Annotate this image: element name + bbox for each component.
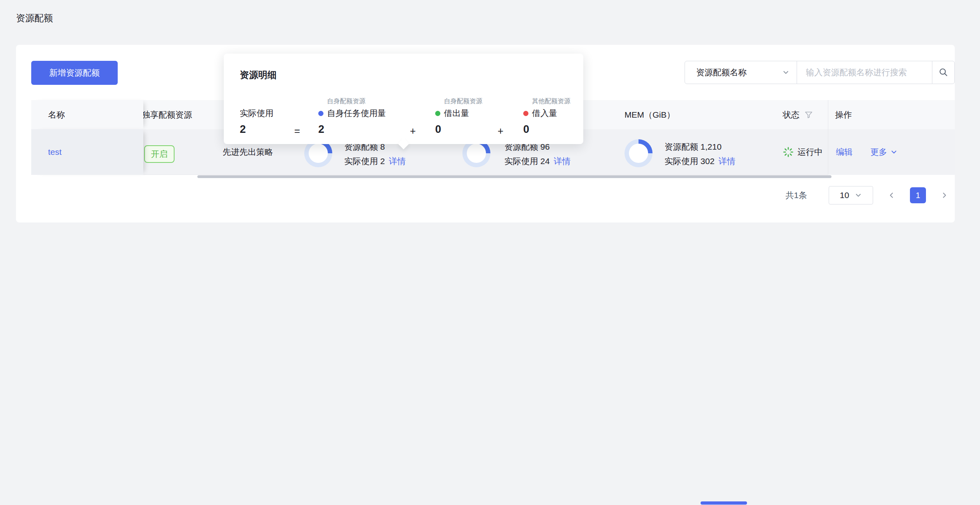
actual-usage-value: 2 [240, 122, 273, 137]
popover-title: 资源明细 [240, 69, 277, 81]
borrow-in-group-label: 其他配额资源 [532, 96, 570, 106]
policy-text: 先进先出策略 [223, 146, 273, 158]
column-mem: MEM（GiB） [625, 100, 675, 129]
page-size-value: 10 [840, 190, 849, 200]
column-status-label: 状态 [783, 100, 799, 129]
search-icon [938, 67, 949, 78]
row-name-link[interactable]: test [48, 147, 62, 157]
borrow-in-label: 借入量 [532, 106, 557, 120]
cpu-detail-link[interactable]: 详情 [389, 156, 406, 166]
fixed-column-name-header: 名称 [31, 100, 143, 129]
column-status: 状态 [783, 100, 813, 129]
name-cell: test [48, 129, 62, 175]
cpu-used-value: 2 [380, 156, 385, 166]
column-actions: 操作 [835, 100, 852, 129]
self-task-usage-label: 自身任务使用量 [327, 106, 386, 120]
filter-funnel-icon[interactable] [804, 110, 813, 119]
horizontal-scrollbar[interactable] [197, 175, 831, 178]
mem-quota-label: 资源配额 [665, 142, 698, 151]
mem-detail-link[interactable]: 详情 [719, 156, 735, 166]
page-size-select[interactable]: 10 [829, 186, 873, 204]
lend-out-label: 借出量 [444, 106, 469, 120]
actual-usage-label: 实际使用 [240, 106, 273, 120]
cpu-metric: 资源配额 8 实际使用 2详情 [344, 141, 406, 167]
gpu-detail-link[interactable]: 详情 [554, 156, 570, 166]
self-task-group-label: 自身配额资源 [327, 96, 386, 106]
more-action[interactable]: 更多 [870, 129, 898, 175]
edit-action[interactable]: 编辑 [836, 129, 853, 175]
equals-sign: = [294, 123, 300, 138]
page-title: 资源配额 [16, 12, 53, 24]
search-input[interactable] [797, 61, 932, 84]
page-1-button[interactable]: 1 [910, 187, 926, 203]
lend-out-value: 0 [435, 122, 482, 137]
bottom-bar-indicator [701, 501, 747, 505]
mem-donut [625, 139, 653, 167]
self-task-usage-value: 2 [318, 122, 386, 137]
actual-usage-group: 实际使用 2 [240, 96, 273, 137]
search-field-select[interactable]: 资源配额名称 [685, 61, 797, 84]
pagination-total: 共1条 [785, 190, 807, 201]
edit-link[interactable]: 编辑 [836, 146, 853, 158]
self-task-usage-group: 自身配额资源 自身任务使用量 2 [318, 96, 386, 137]
fixed-name-cell: test [31, 129, 143, 175]
gpu-metric: 资源配额 96 实际使用 24详情 [504, 141, 570, 167]
plus-sign: + [498, 123, 504, 138]
cpu-used-label: 实际使用 [344, 156, 378, 166]
add-quota-button[interactable]: 新增资源配额 [31, 61, 118, 85]
green-dot-icon [435, 111, 440, 116]
search-button[interactable] [932, 61, 954, 84]
lend-out-group-label: 自身配额资源 [444, 96, 482, 106]
running-spinner-icon [783, 146, 794, 158]
gpu-used-label: 实际使用 [504, 156, 538, 166]
prev-page-button[interactable] [886, 187, 897, 203]
mem-metric: 资源配额 1,210 实际使用 302详情 [665, 141, 735, 167]
more-link[interactable]: 更多 [870, 146, 887, 158]
fixed-column-actions-header: 操作 [828, 100, 955, 129]
pagination: 共1条 10 1 [785, 186, 950, 204]
blue-dot-icon [318, 111, 323, 116]
next-page-button[interactable] [939, 187, 950, 203]
exclusive-state-tag: 开启 [144, 145, 175, 163]
status-cell: 运行中 [783, 129, 827, 175]
fixed-actions-cell: 编辑 更多 [828, 129, 955, 175]
chevron-down-icon [855, 192, 862, 199]
mem-quota-value: 1,210 [701, 142, 722, 151]
gpu-used-value: 24 [540, 156, 550, 166]
borrow-in-group: 其他配额资源 借入量 0 [523, 96, 570, 137]
lend-out-group: 自身配额资源 借出量 0 [435, 96, 482, 137]
chevron-down-icon [890, 148, 898, 156]
search-bar: 资源配额名称 [685, 61, 955, 84]
borrow-in-value: 0 [523, 122, 570, 137]
status-text: 运行中 [797, 146, 823, 158]
plus-sign: + [410, 123, 416, 138]
mem-used-value: 302 [701, 156, 715, 166]
mem-used-label: 实际使用 [665, 156, 698, 166]
resource-detail-popover: 资源明细 实际使用 2 = 自身配额资源 自身任务使用量 2 + 自身配额资源 … [224, 54, 583, 144]
red-dot-icon [523, 111, 528, 116]
column-name: 名称 [48, 100, 65, 129]
chevron-down-icon [782, 69, 789, 76]
search-field-label: 资源配额名称 [696, 67, 747, 78]
column-exclusive: 独享配额资源 [142, 100, 192, 129]
